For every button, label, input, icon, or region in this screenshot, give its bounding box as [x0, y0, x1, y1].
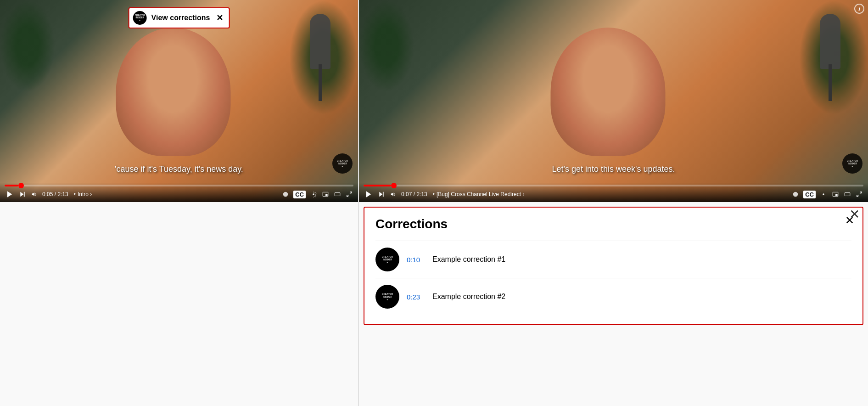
right-volume-button[interactable] [389, 190, 398, 198]
left-time-display: 0:05 / 2:13 [42, 191, 68, 197]
right-watermark-text: CREATORINSIDER+ [847, 159, 858, 168]
play-icon [6, 190, 14, 198]
volume-icon [31, 191, 38, 197]
panel-close-button[interactable]: ✕ [849, 207, 860, 222]
right-mic-shape [820, 14, 840, 69]
correction-text-2: Example correction #2 [432, 293, 505, 301]
mic-stand [319, 64, 322, 101]
left-channel-watermark: CREATORINSIDER+ [332, 153, 353, 174]
right-settings-icon [820, 191, 827, 197]
correction-avatar-2: CREATORINSIDER+ [375, 285, 399, 309]
right-controls-row: 0:07 / 2:13 •[Bug] Cross Channel Live Re… [364, 189, 863, 199]
left-progress-fill [5, 185, 18, 186]
left-fullscreen-button[interactable] [345, 190, 353, 198]
person-face [116, 28, 231, 156]
correction-avatar-text-2: CREATORINSIDER+ [382, 293, 393, 301]
left-theater-button[interactable] [333, 190, 342, 198]
left-below-video [0, 202, 358, 406]
right-plant-left [359, 0, 414, 92]
svg-marker-1 [20, 192, 23, 197]
microphone-shape [310, 14, 330, 69]
theater-icon [334, 191, 341, 197]
left-cc-button[interactable]: CC [293, 191, 306, 198]
svg-marker-3 [32, 192, 34, 196]
right-progress-bar[interactable] [364, 185, 863, 186]
left-next-button[interactable] [18, 190, 27, 198]
right-airplay-button[interactable] [791, 190, 800, 198]
right-below-video: Corrections ✕ CREATORINSIDER+ 0:10 Examp… [359, 202, 868, 406]
left-miniplayer-button[interactable] [321, 190, 330, 198]
left-video-bg: CREATORINSIDER+ View corrections ✕ 'caus… [0, 0, 358, 202]
left-subtitle: 'cause if it's Tuesday, it's news day. [0, 162, 358, 177]
svg-marker-12 [379, 192, 382, 197]
left-progress-dot [18, 183, 24, 188]
right-mic-stand [829, 64, 832, 101]
left-video-container: CREATORINSIDER+ View corrections ✕ 'caus… [0, 0, 358, 202]
svg-line-21 [857, 195, 859, 197]
left-chapter[interactable]: •Intro › [72, 191, 92, 197]
view-corrections-label: View corrections [151, 14, 210, 22]
left-video-panel: CREATORINSIDER+ View corrections ✕ 'caus… [0, 0, 358, 406]
left-progress-bar[interactable] [5, 185, 353, 186]
correction-avatar-1: CREATORINSIDER+ [375, 248, 399, 271]
svg-rect-2 [24, 192, 25, 197]
left-volume-button[interactable] [30, 190, 39, 198]
view-corrections-close-btn[interactable]: ✕ [216, 13, 223, 23]
right-theater-button[interactable] [843, 190, 851, 198]
right-next-icon [378, 191, 385, 197]
svg-point-16 [823, 193, 824, 195]
right-settings-button[interactable] [819, 190, 828, 198]
right-volume-icon [390, 191, 397, 197]
correction-item-2: CREATORINSIDER+ 0:23 Example correction … [375, 278, 851, 315]
right-miniplayer-button[interactable] [831, 190, 840, 198]
left-video-controls: 0:05 / 2:13 •Intro › CC [0, 183, 358, 202]
svg-marker-11 [366, 191, 371, 197]
right-next-button[interactable] [377, 190, 386, 198]
right-fullscreen-button[interactable] [855, 190, 863, 198]
svg-marker-14 [391, 192, 393, 196]
right-controls-right: CC [791, 190, 863, 198]
banner-logo-text: CREATORINSIDER+ [135, 14, 145, 22]
svg-rect-8 [335, 193, 340, 196]
right-video-container: i Let's get into this week's updates. CR… [359, 0, 868, 202]
right-channel-watermark: CREATORINSIDER+ [842, 153, 862, 174]
left-controls-row: 0:05 / 2:13 •Intro › CC [5, 189, 353, 199]
right-panel: i Let's get into this week's updates. CR… [359, 0, 868, 406]
svg-marker-0 [7, 191, 12, 197]
miniplayer-icon [322, 191, 329, 197]
svg-rect-7 [325, 194, 328, 196]
right-subtitle: Let's get into this week's updates. [359, 162, 868, 177]
right-fullscreen-icon [856, 191, 862, 197]
right-video-bg: i Let's get into this week's updates. CR… [359, 0, 868, 202]
left-controls-right: CC [281, 190, 353, 198]
right-play-icon [364, 190, 373, 198]
svg-line-20 [860, 192, 862, 194]
left-settings-button[interactable] [309, 190, 318, 198]
left-airplay-button[interactable] [281, 190, 290, 198]
right-person-face [550, 28, 665, 156]
airplay-icon [282, 191, 289, 197]
correction-item-1: CREATORINSIDER+ 0:10 Example correction … [375, 241, 851, 278]
left-play-button[interactable] [5, 189, 15, 199]
right-cc-button[interactable]: CC [803, 191, 816, 198]
plant-decoration-left [0, 0, 55, 92]
info-icon[interactable]: i [854, 4, 864, 14]
next-icon [19, 191, 26, 197]
svg-point-4 [283, 192, 288, 197]
right-chapter[interactable]: •[Bug] Cross Channel Live Redirect › [431, 191, 525, 197]
svg-rect-13 [383, 192, 384, 197]
left-watermark-text: CREATORINSIDER+ [337, 159, 348, 168]
svg-line-10 [347, 195, 349, 197]
right-airplay-icon [792, 191, 799, 197]
right-time-display: 0:07 / 2:13 [401, 191, 427, 197]
correction-timestamp-2[interactable]: 0:23 [407, 293, 425, 301]
correction-timestamp-1[interactable]: 0:10 [407, 256, 425, 264]
svg-point-15 [793, 192, 798, 197]
settings-icon [310, 191, 317, 197]
view-corrections-banner[interactable]: CREATORINSIDER+ View corrections ✕ [129, 7, 230, 28]
right-play-button[interactable] [364, 189, 374, 199]
svg-rect-19 [845, 193, 850, 196]
svg-rect-18 [835, 194, 838, 196]
right-progress-dot [391, 183, 397, 188]
fullscreen-icon [346, 191, 353, 197]
